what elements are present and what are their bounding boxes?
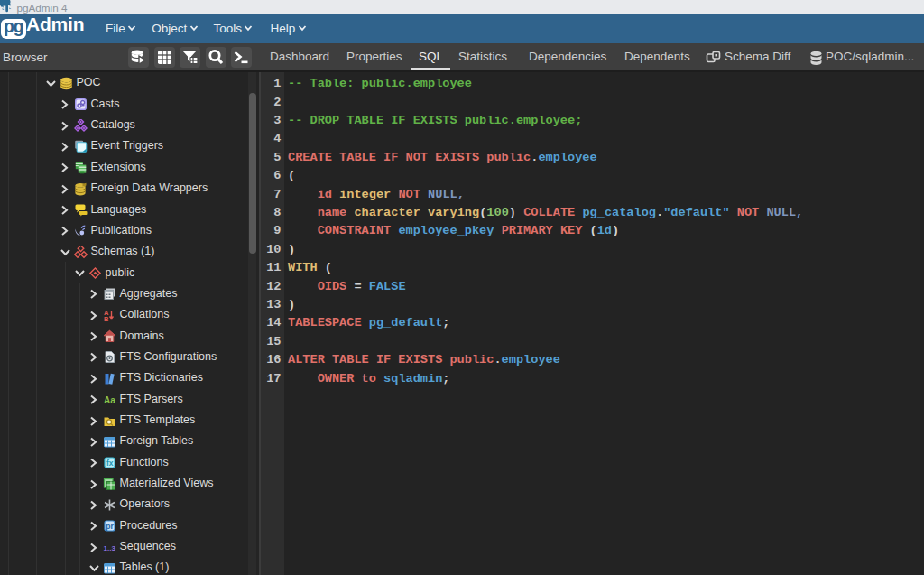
svg-text:pr: pr: [106, 522, 114, 531]
svg-text:1..3: 1..3: [103, 544, 116, 552]
svg-text:Aa: Aa: [104, 395, 116, 405]
svg-text:fx: fx: [106, 459, 114, 468]
svg-text:B: B: [104, 315, 109, 322]
